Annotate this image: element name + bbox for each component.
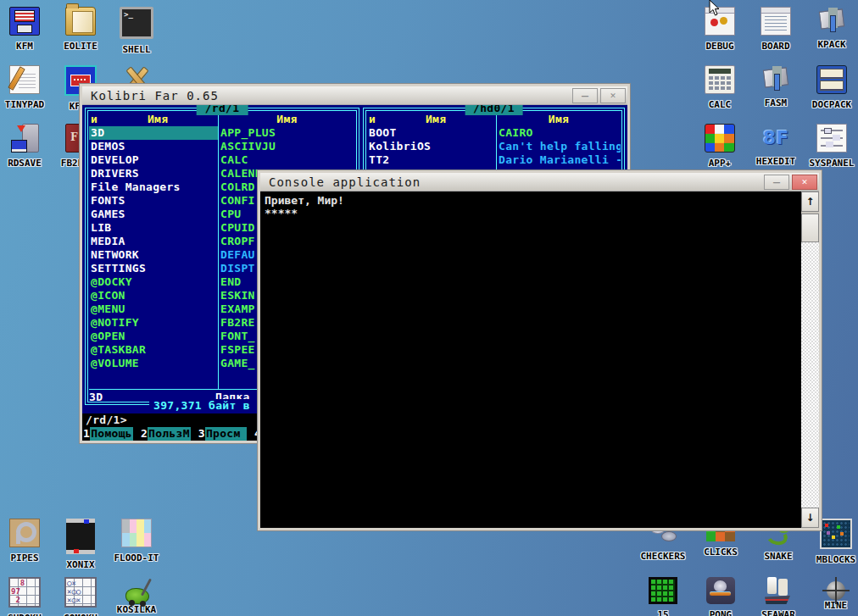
desktop-icon-label: XONIX [66, 559, 94, 570]
desktop-icon-kfm[interactable]: KFM [0, 3, 53, 62]
desktop-icon-calc[interactable]: CALC [692, 62, 748, 120]
console-scrollbar[interactable]: ↑ ↓ [801, 191, 819, 528]
desktop-icon-label: KFM [16, 41, 33, 52]
file-item[interactable]: MEDIA [89, 235, 218, 248]
file-item[interactable]: @ICON [89, 289, 218, 302]
desktop-icon-pipes[interactable]: PIPES [0, 515, 53, 574]
file-item[interactable]: @NOTIFY [89, 316, 218, 330]
fkey-number: 2 [141, 427, 148, 441]
file-item[interactable]: DEVELOP [89, 153, 218, 167]
fkey-label: Просм [205, 427, 247, 441]
debug-icon [705, 7, 735, 36]
desktop-icon-rdsave[interactable]: RDSAVE [0, 120, 53, 179]
file-item[interactable]: Can't help falling } [497, 140, 621, 153]
shell-icon [120, 7, 153, 39]
file-item[interactable]: 3D [89, 126, 218, 140]
file-item[interactable]: @OPEN [89, 330, 218, 343]
file-item[interactable]: NETWORK [89, 248, 218, 262]
file-item[interactable]: CALC [219, 153, 355, 167]
desktop-icon-flood-it[interactable]: FLOOD-IT [109, 515, 164, 574]
desktop-icon-label: PONG [710, 609, 733, 616]
scrollbar-thumb[interactable] [801, 214, 819, 242]
seawar-icon [764, 577, 793, 604]
panel-path-right[interactable]: /hd0/1 [465, 105, 523, 115]
file-item[interactable]: @TASKBAR [89, 343, 218, 357]
desktop-icon-fifteen[interactable]: 15 [634, 574, 692, 616]
desktop-icon-mine[interactable]: MINE [807, 574, 858, 616]
file-item[interactable]: File Managers [89, 180, 218, 194]
console-line: Привет, Мир! [265, 194, 797, 207]
desktop-icon-gomoku[interactable]: GOMOKU [53, 574, 109, 616]
file-item[interactable]: KolibriOS [367, 140, 496, 153]
desktop-icon-label: FLOOD-IT [114, 552, 159, 563]
kfm-icon [9, 7, 40, 36]
file-item[interactable]: SETTINGS [89, 262, 218, 275]
fkey-2[interactable]: 2ПользМ [141, 427, 191, 441]
desktop-icon-label: RDSAVE [8, 158, 42, 169]
console-window[interactable]: Console application — ✕ Привет, Мир!****… [257, 169, 822, 531]
panel-column: иИмя3DDEMOSDEVELOPDRIVERSFile ManagersFO… [89, 113, 219, 389]
desktop-icon-debug[interactable]: DEBUG [692, 3, 748, 62]
console-titlebar[interactable]: Console application — ✕ [260, 173, 819, 191]
desktop-icon-sudoku[interactable]: SUDOKU [0, 574, 53, 616]
desktop-icon-fasm[interactable]: FASM [748, 62, 804, 120]
file-item[interactable]: Dario Marianelli - } [497, 153, 621, 167]
file-item[interactable]: TT2 [367, 153, 496, 167]
desktop-icon-label: BOARD [761, 41, 789, 52]
desktop-icon-pong[interactable]: PONG [692, 574, 749, 616]
desktop-icon-eolite[interactable]: EOLITE [53, 3, 109, 62]
flood-it-icon [121, 519, 152, 547]
file-item[interactable]: APP_PLUS [219, 126, 355, 140]
scroll-down-button[interactable]: ↓ [801, 508, 819, 528]
rdsave-icon [22, 124, 39, 153]
file-item[interactable]: FONTS [89, 194, 218, 208]
tinypad-icon [9, 65, 40, 94]
fkey-1[interactable]: 1Помощь [83, 427, 133, 441]
sudoku-icon [8, 577, 41, 608]
file-item[interactable]: LIB [89, 221, 218, 235]
desktop-icon-label: GOMOKU [64, 613, 98, 616]
file-item[interactable]: DRIVERS [89, 167, 218, 180]
console-minimize-button[interactable]: — [764, 175, 789, 190]
far-minimize-button[interactable]: — [572, 88, 598, 103]
far-titlebar[interactable]: Kolibri Far 0.65 — ✕ [82, 86, 627, 105]
file-item[interactable]: @VOLUME [89, 357, 218, 370]
desktop-icon-label: TINYPAD [5, 99, 44, 110]
desktop-icon-tinypad[interactable]: TINYPAD [0, 62, 53, 120]
scroll-up-button[interactable]: ↑ [801, 191, 819, 212]
desktop-icon-board[interactable]: BOARD [748, 3, 804, 62]
desktop-icon-label: EOLITE [64, 41, 98, 52]
icon-grid-bottom-left: PIPESXONIXFLOOD-ITSUDOKUGOMOKUKOSILKA [0, 515, 164, 616]
status-item-name: 3D [89, 391, 103, 403]
desktop-icon-label: CLICKS [704, 547, 738, 558]
scrollbar-track[interactable] [801, 242, 819, 508]
fkey-number: 3 [198, 427, 205, 441]
file-item[interactable]: @DOCKY [89, 275, 218, 289]
desktop-icon-label: KPACK [817, 39, 845, 50]
file-item[interactable]: ASCIIVJU [219, 140, 355, 153]
far-close-button[interactable]: ✕ [600, 88, 626, 103]
sort-indicator: и [367, 113, 376, 126]
desktop-icon-label: PIPES [10, 552, 38, 563]
desktop-icon-shell[interactable]: SHELL [109, 3, 164, 62]
file-item[interactable]: BOOT [367, 126, 496, 140]
desktop-icon-label: 15 [657, 609, 668, 616]
console-output[interactable]: Привет, Мир!***** [260, 191, 801, 528]
desktop-icon-seawar[interactable]: SEAWAR [749, 574, 807, 616]
file-item[interactable]: DEMOS [89, 140, 218, 153]
mblocks-icon [820, 519, 852, 549]
hexedit-icon [761, 124, 790, 151]
fkey-3[interactable]: 3Просм [198, 427, 247, 441]
desktop-icon-label: HEXEDIT [756, 156, 795, 167]
desktop-icon-docpack[interactable]: DOCPACK [804, 62, 858, 120]
panel-path-left[interactable]: /rd/1 [197, 105, 248, 115]
xonix-icon [66, 519, 95, 554]
desktop-icon-xonix[interactable]: XONIX [53, 515, 109, 574]
desktop-icon-label: MBLOCKS [816, 554, 855, 565]
console-close-button[interactable]: ✕ [792, 175, 817, 190]
file-item[interactable]: @MENU [89, 302, 218, 316]
desktop-icon-kpack[interactable]: KPACK [804, 3, 858, 62]
file-item[interactable]: CAIRO [497, 126, 621, 140]
desktop-icon-kosilka[interactable]: KOSILKA [109, 574, 164, 616]
file-item[interactable]: GAMES [89, 208, 218, 221]
